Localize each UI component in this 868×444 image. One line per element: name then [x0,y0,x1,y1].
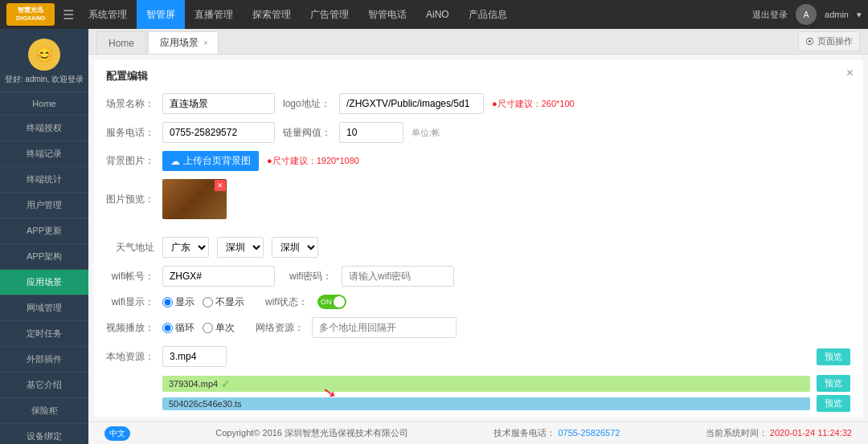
video-loop-row: 视频播放： 循环 单次 网络资源： [106,317,850,338]
sidebar-item-terminal-stat[interactable]: 终端统计 [0,167,88,193]
navbar: 智慧光迅ZHGXAINO ☰ 系统管理 智管屏 直播管理 探索管理 广告管理 智… [0,0,868,29]
file-2-name: 504026c546e30.ts [169,399,242,409]
wifi-ssid-input[interactable] [162,266,275,287]
video-once-radio[interactable]: 单次 [203,321,235,335]
file-1-preview-btn[interactable]: 预览 [817,375,850,392]
wifi-status-toggle[interactable]: ON [317,295,346,309]
footer: 中文 Copyright© 2016 深圳智慧光迅保视技术有限公司 技术服务电话… [88,422,868,444]
file-1-box[interactable]: 379304.mp4 ✓ [162,376,810,392]
wifi-show-on-input[interactable] [162,297,173,308]
sidebar-item-app-arch[interactable]: APP架构 [0,244,88,270]
video-loop-input[interactable] [162,323,173,333]
network-resource-label: 网络资源： [256,321,304,335]
sidebar-item-terminal-auth[interactable]: 终端授权 [0,116,88,141]
nav-item-broadcast[interactable]: 直播管理 [185,0,243,29]
sidebar-item-safe[interactable]: 保险柜 [0,398,88,424]
footer-tech-phone: 技术服务电话： 0755-25826572 [493,427,620,439]
weather-label: 天气地址 [106,241,154,255]
footer-left: 中文 [104,426,130,441]
tab-active-scene[interactable]: 应用场景 × [148,31,219,54]
preview-delete-btn[interactable]: ✕ [215,180,226,191]
footer-copyright: Copyright© 2016 深圳智慧光迅保视技术有限公司 [215,427,408,439]
bg-img-row: 背景图片： ☁ 上传台页背景图 ●尺寸建议：1920*1080 [106,151,850,171]
panel-close-btn[interactable]: × [846,66,854,80]
nav-item-explore[interactable]: 探索管理 [243,0,301,29]
wifi-pwd-label: wifi密码： [289,270,334,283]
file-1-name: 379304.mp4 [169,379,218,389]
sidebar-item-user-mgmt[interactable]: 用户管理 [0,193,88,218]
concurrent-unit: 单位:帐 [411,127,440,139]
logout-btn[interactable]: 退出登录 [752,9,788,21]
sidebar-welcome: 登好: admin, 欢迎登录 [2,74,87,85]
upload-btn-label: 上传台页背景图 [183,154,251,168]
logo-text: 智慧光迅ZHGXAINO [16,6,46,22]
sidebar-item-intro[interactable]: 基它介绍 [0,373,88,398]
logo-size-hint: ●尺寸建议：260*100 [492,98,575,110]
tab-page-action[interactable]: ⦿ 页面操作 [798,31,860,51]
page-action-label: 页面操作 [817,35,853,47]
toggle-knob [334,296,345,308]
sidebar-item-terminal-record[interactable]: 终端记录 [0,141,88,167]
sidebar-item-device-bind[interactable]: 设备绑定 [0,424,88,444]
concurrent-label: 链量阀值： [283,126,331,140]
phone-label: 服务电话： [106,126,154,140]
nav-item-smartscreen[interactable]: 智管屏 [137,0,185,29]
file-row-1: 379304.mp4 ✓ 预览 [162,375,850,392]
sidebar-item-app-update[interactable]: APP更新 [0,218,88,244]
toggle-on-label: ON [321,298,332,306]
time-value: 2020-01-24 11:24:32 [770,428,852,438]
image-preview: ✕ [162,179,227,219]
city-select[interactable]: 深圳 [217,237,264,258]
video-once-text: 单次 [215,321,235,335]
lang-toggle[interactable]: 中文 [104,426,130,441]
wifi-status-label: wifi状态： [265,295,309,309]
phone-row: 服务电话： 链量阀值： 单位:帐 [106,122,850,143]
navbar-logo: 智慧光迅ZHGXAINO [6,3,55,26]
sidebar-item-app-scene[interactable]: 应用场景 [0,270,88,295]
preview-row: 图片预览： ✕ [106,179,850,219]
local-resource-input[interactable] [162,346,227,367]
file-2-preview-btn[interactable]: 预览 [817,395,850,412]
nav-item-phone[interactable]: 智管电话 [358,0,416,29]
video-once-input[interactable] [203,323,213,333]
admin-dropdown-icon[interactable]: ▾ [857,10,862,20]
wifi-ssid-label: wifi帐号： [106,270,154,283]
sidebar: 😊 登好: admin, 欢迎登录 Home 终端授权 终端记录 终端统计 用户… [0,29,88,444]
grid-icon[interactable]: ☰ [63,7,74,22]
video-loop-radio-group: 循环 单次 [162,321,235,335]
nav-item-aino[interactable]: AiNO [416,0,459,29]
sidebar-item-home[interactable]: Home [0,92,88,116]
upload-icon: ☁ [170,156,180,167]
tech-phone-number[interactable]: 0755-25826572 [558,428,620,438]
wifi-show-off-radio[interactable]: 不显示 [203,295,244,309]
province-select[interactable]: 广东 [162,237,209,258]
tab-close-icon[interactable]: × [203,39,208,47]
phone-input[interactable] [162,122,275,143]
wifi-show-off-input[interactable] [203,297,213,308]
wifi-pwd-input[interactable] [342,266,454,287]
video-loop-radio[interactable]: 循环 [162,321,194,335]
file-1-check-icon: ✓ [221,377,231,390]
nav-item-system[interactable]: 系统管理 [79,0,137,29]
nav-item-product[interactable]: 产品信息 [459,0,517,29]
upload-bg-btn[interactable]: ☁ 上传台页背景图 [162,151,259,171]
local-preview-btn[interactable]: 预览 [817,348,850,365]
network-resource-input[interactable] [312,317,457,338]
logo-url-input[interactable] [339,93,484,114]
sidebar-item-network[interactable]: 网域管理 [0,295,88,321]
scene-name-label: 场景名称： [106,97,154,111]
video-loop-text: 循环 [175,321,194,335]
scene-name-input[interactable] [162,93,275,114]
tech-phone-label: 技术服务电话： [493,428,555,438]
tab-home[interactable]: Home [96,31,146,54]
district-select[interactable]: 深圳 [272,237,318,258]
wifi-show-on-radio[interactable]: 显示 [162,295,194,309]
admin-avatar: A [796,4,817,25]
file-2-box[interactable]: 504026c546e30.ts [162,397,810,410]
sidebar-item-plugin[interactable]: 外部插件 [0,347,88,373]
sidebar-item-schedule[interactable]: 定时任务 [0,321,88,347]
local-resource-label: 本地资源： [106,350,154,364]
nav-item-ads[interactable]: 广告管理 [301,0,358,29]
video-loop-label: 视频播放： [106,321,154,335]
concurrent-input[interactable] [339,122,403,143]
